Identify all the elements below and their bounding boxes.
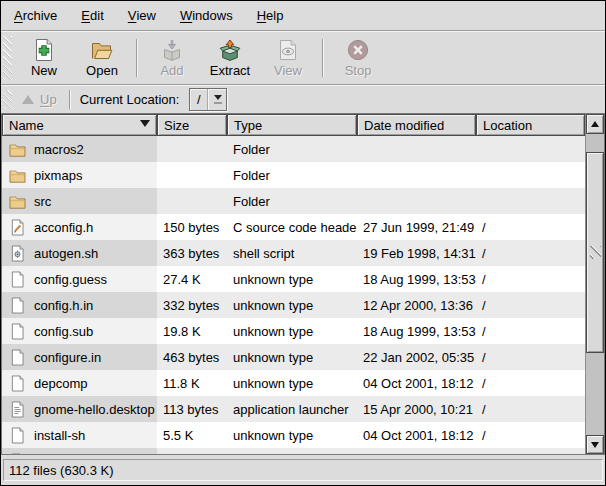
column-header-location[interactable]: Location — [476, 114, 585, 136]
toolbar-button-label: Open — [86, 63, 118, 78]
cell-date: 04 Oct 2001, 18:12 — [357, 370, 476, 396]
cell-size — [157, 448, 227, 454]
cell-size: 150 bytes — [157, 214, 227, 240]
cell-type: Folder — [227, 136, 357, 162]
cell-text-size: 332 bytes — [163, 298, 219, 313]
cell-date: 27 Jun 1999, 21:49 — [357, 214, 476, 240]
cell-type: unknown type — [227, 318, 357, 344]
column-header-name[interactable]: Name — [2, 114, 157, 136]
cell-text-size: 463 bytes — [163, 350, 219, 365]
cell-name: macros2 — [2, 136, 157, 162]
status-bar: 112 files (630.3 K) — [3, 459, 603, 481]
cell-text-name: autogen.sh — [34, 246, 98, 261]
cell-text-name: config.h.in — [34, 298, 93, 313]
cell-name: config.h.in — [2, 292, 157, 318]
table-row-partial[interactable] — [2, 448, 585, 454]
table-row[interactable]: config.h.in332 bytesunknown type12 Apr 2… — [2, 292, 585, 318]
table-row[interactable]: depcomp11.8 Kunknown type04 Oct 2001, 18… — [2, 370, 585, 396]
toolbar-drag-handle[interactable] — [3, 36, 12, 80]
column-header-type[interactable]: Type — [227, 114, 357, 136]
scroll-up-arrow-icon — [591, 121, 599, 127]
cell-text-type: Folder — [233, 194, 270, 209]
table-row[interactable]: macros2Folder — [2, 136, 585, 162]
cell-size: 332 bytes — [157, 292, 227, 318]
up-button-label: Up — [40, 92, 57, 107]
cell-size: 5.5 K — [157, 422, 227, 448]
cell-location: / — [476, 318, 585, 344]
table-row[interactable]: config.guess27.4 Kunknown type18 Aug 199… — [2, 266, 585, 292]
vertical-scrollbar[interactable] — [585, 114, 604, 454]
cell-text-type: unknown type — [233, 298, 313, 313]
cell-name: install-sh — [2, 422, 157, 448]
cell-date: 04 Oct 2001, 18:12 — [357, 422, 476, 448]
table-row[interactable]: acconfig.h150 bytesC source code header2… — [2, 214, 585, 240]
cell-location: / — [476, 240, 585, 266]
locationbar-drag-handle[interactable] — [3, 90, 12, 109]
folder-icon — [8, 140, 27, 159]
cell-text-date: 22 Jan 2002, 05:35 — [363, 350, 474, 365]
menu-edit[interactable]: Edit — [69, 1, 115, 30]
cell-text-date: 15 Apr 2000, 10:21 — [363, 402, 473, 417]
cell-text-name: gnome-hello.desktop — [34, 402, 155, 417]
menu-view[interactable]: View — [116, 1, 168, 30]
cell-date — [357, 188, 476, 214]
column-header-size[interactable]: Size — [157, 114, 227, 136]
cell-location — [476, 188, 585, 214]
location-combo[interactable]: / — [189, 88, 227, 111]
table-row[interactable]: srcFolder — [2, 188, 585, 214]
cell-text-location: / — [482, 220, 486, 235]
option-menu-bar — [214, 102, 222, 104]
extract-button[interactable]: Extract — [201, 36, 259, 80]
scrollbar-thumb[interactable] — [586, 152, 604, 353]
menu-windows[interactable]: Windows — [168, 1, 245, 30]
cell-location: / — [476, 344, 585, 370]
status-text: 112 files (630.3 K) — [9, 463, 114, 478]
cell-text-type: unknown type — [233, 272, 313, 287]
menu-archive[interactable]: Archive — [2, 1, 69, 30]
menu-help[interactable]: Help — [245, 1, 296, 30]
document-icon — [8, 270, 27, 289]
current-location-label: Current Location: — [80, 92, 180, 107]
open-archive-icon — [90, 38, 114, 62]
script-icon — [8, 244, 27, 263]
new-button[interactable]: New — [15, 36, 73, 80]
location-combo-dropdown-button[interactable] — [208, 89, 226, 110]
scroll-up-button[interactable] — [586, 114, 604, 134]
cell-location: / — [476, 292, 585, 318]
table-row[interactable]: configure.in463 bytesunknown type22 Jan … — [2, 344, 585, 370]
cell-location: / — [476, 214, 585, 240]
document-icon — [8, 374, 27, 393]
column-header-label: Name — [9, 118, 44, 133]
cell-text-size: 113 bytes — [163, 402, 218, 417]
table-row[interactable]: pixmapsFolder — [2, 162, 585, 188]
cell-date: 18 Aug 1999, 13:53 — [357, 318, 476, 344]
column-header-date-modified[interactable]: Date modified — [357, 114, 476, 136]
menubar: ArchiveEditViewWindowsHelp — [1, 1, 605, 30]
up-button[interactable]: Up — [15, 90, 64, 109]
column-header-label: Date modified — [364, 118, 444, 133]
cell-text-type: unknown type — [233, 324, 313, 339]
cell-text-date: 19 Feb 1998, 14:31 — [363, 246, 476, 261]
cell-date: 19 Feb 1998, 14:31 — [357, 240, 476, 266]
cell-name: src — [2, 188, 157, 214]
open-button[interactable]: Open — [73, 36, 131, 80]
table-row[interactable]: config.sub19.8 Kunknown type18 Aug 1999,… — [2, 318, 585, 344]
cell-text-name: pixmaps — [34, 168, 82, 183]
cell-date: 15 Apr 2000, 10:21 — [357, 396, 476, 422]
cell-text-type: Folder — [233, 168, 270, 183]
cell-text-date: 04 Oct 2001, 18:12 — [363, 428, 474, 443]
table-row[interactable]: gnome-hello.desktop113 bytesapplication … — [2, 396, 585, 422]
cell-name: configure.in — [2, 344, 157, 370]
cell-size: 27.4 K — [157, 266, 227, 292]
cell-text-location: / — [482, 324, 486, 339]
cell-text-type: shell script — [233, 246, 294, 261]
table-row[interactable]: install-sh5.5 Kunknown type04 Oct 2001, … — [2, 422, 585, 448]
cell-type: shell script — [227, 240, 357, 266]
document-icon — [8, 296, 27, 315]
table-row[interactable]: autogen.sh363 bytesshell script19 Feb 19… — [2, 240, 585, 266]
cell-text-name: depcomp — [34, 376, 87, 391]
cell-location: / — [476, 266, 585, 292]
cell-date — [357, 162, 476, 188]
cell-text-name: acconfig.h — [34, 220, 93, 235]
scroll-down-button[interactable] — [586, 435, 604, 454]
